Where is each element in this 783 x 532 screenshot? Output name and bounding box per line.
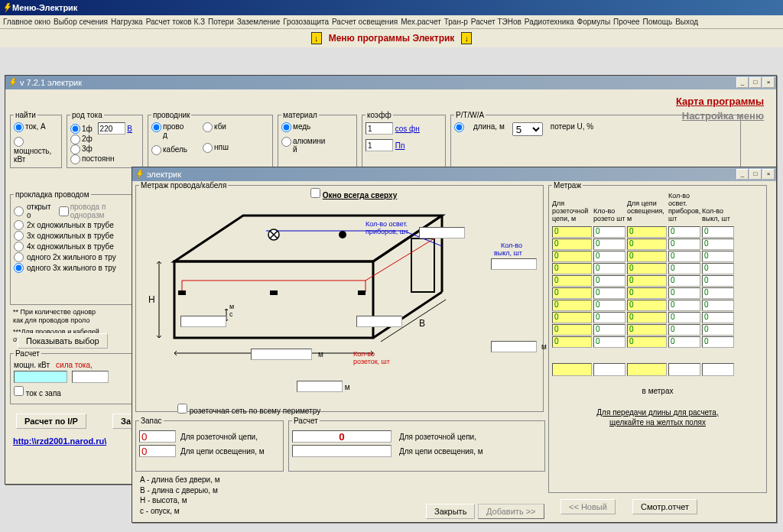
menu-item[interactable]: Мех.расчет [401,18,441,26]
metraj-cell[interactable]: 0 [552,287,592,299]
total-socket-cnt [593,363,625,376]
radio-1ph[interactable] [70,124,80,134]
menu-item[interactable]: Тран-р [444,18,468,26]
metraj-cell[interactable]: 0 [552,324,592,336]
metraj-cell[interactable]: 0 [627,275,667,287]
cos-input[interactable] [366,122,393,135]
menu-item[interactable]: Прочее [613,18,639,26]
radio-2ph[interactable] [70,135,80,144]
menu-item[interactable]: Помощь [643,18,673,26]
chk-perimeter[interactable] [177,404,187,414]
menu-item[interactable]: Расчет освещения [332,18,398,26]
metraj-cell[interactable]: 0 [627,226,667,238]
metraj-cell[interactable]: 0 [552,336,592,348]
menu-item[interactable]: Выбор сечения [54,18,108,26]
metraj-cell[interactable]: 0 [627,251,667,262]
metraj-cell[interactable]: 0 [627,287,667,299]
metraj-cell[interactable]: 0 [552,251,592,262]
input-switch-count[interactable] [491,258,537,270]
radio-find-current[interactable] [14,122,24,132]
menu-item[interactable]: Выход [675,18,698,26]
btn-show-choice[interactable]: Показывать выбор [18,333,108,349]
metraj-cell[interactable]: 0 [627,300,667,311]
power-input[interactable] [14,371,67,383]
metraj-cell[interactable]: 0 [627,238,667,250]
minimize-button[interactable]: _ [736,77,749,88]
menu-item[interactable]: Радиотехника [525,18,574,26]
btn-close[interactable]: Закрыть [426,504,475,519]
input-b[interactable] [491,341,537,352]
radio-2pipe[interactable] [14,220,24,230]
input-light-count[interactable] [419,227,465,238]
input-bottom[interactable] [297,381,343,392]
radio-wire[interactable] [151,122,161,132]
metraj-cell[interactable]: 0 [552,226,592,238]
bolt-icon [3,3,12,12]
radio-1x3pipe[interactable] [14,263,24,273]
metraj-cell[interactable]: 0 [552,312,592,323]
radio-3pipe[interactable] [14,231,24,241]
radio-find-power[interactable] [14,137,24,147]
svg-marker-0 [5,3,11,12]
metraj-cell[interactable]: 0 [627,263,667,274]
maximize-button[interactable]: □ [749,169,762,180]
btn-view-report[interactable]: Смотр.отчет [632,499,697,514]
chk-samewire[interactable] [59,206,69,216]
radio-aluminium[interactable] [281,137,291,147]
voltage-input[interactable] [98,122,125,135]
radio-3ph[interactable] [70,144,80,154]
metraj-cell: 0 [702,238,734,250]
link-program-map[interactable]: Карта программы [18,96,764,107]
radio-1x2pipe[interactable] [14,252,24,262]
close-button[interactable]: × [762,77,775,88]
menu-item[interactable]: Заземление [237,18,280,26]
legend-letters: A - длина без двери, м B - длина с дверь… [140,475,220,516]
banner: ↓ Меню программы Электрик ↓ [0,29,783,47]
metraj-cell: 0 [702,287,734,299]
chk-margin[interactable] [14,386,24,396]
metraj-cell[interactable]: 0 [552,300,592,311]
menu-item[interactable]: Формулы [577,18,611,26]
chk-always-top[interactable] [310,188,320,198]
radio-open[interactable] [14,206,24,216]
radio-ptwa-1[interactable] [454,122,464,132]
input-h2[interactable] [356,316,402,327]
total-socket-len[interactable] [552,363,592,376]
win2-titlebar[interactable]: электрик _ □ × [132,167,776,181]
radio-npsh[interactable] [203,143,213,153]
minimize-button[interactable]: _ [736,169,749,180]
menu-item[interactable]: Грозозащита [283,18,329,26]
link-website[interactable]: http:\\rzd2001.narod.ru\ [13,436,106,446]
btn-new[interactable]: << Новый [560,499,616,514]
menu-item[interactable]: Главное окно [3,18,50,26]
metraj-cell[interactable]: 0 [552,275,592,287]
menu-item[interactable]: Расчет ТЭНов [471,18,521,26]
metraj-cell[interactable]: 0 [552,263,592,274]
radio-4pipe[interactable] [14,242,24,251]
radio-kbi[interactable] [203,122,213,132]
menu-item[interactable]: Расчет токов К.З [146,18,205,26]
radio-cable[interactable] [151,145,161,155]
metraj-cell[interactable]: 0 [627,324,667,336]
maximize-button[interactable]: □ [749,77,762,88]
eta-input[interactable] [366,139,393,151]
bolt-icon [135,170,145,179]
current-input[interactable] [72,371,109,383]
metraj-cell[interactable]: 0 [627,312,667,323]
length-select[interactable]: 5 [512,122,543,136]
close-button[interactable]: × [762,169,775,180]
reserve-socket-input[interactable] [139,430,176,443]
radio-copper[interactable] [281,122,291,132]
input-a[interactable] [251,349,312,360]
menu-item[interactable]: Нагрузка [111,18,143,26]
menu-item[interactable]: Потери [208,18,234,26]
btn-calc-ip[interactable]: Расчет по I/P [16,414,86,429]
metraj-cell[interactable]: 0 [627,336,667,348]
radio-dc[interactable] [70,154,80,164]
btn-add[interactable]: Добавить >> [478,504,544,519]
total-light-len[interactable] [627,363,667,376]
reserve-light-input[interactable] [139,445,176,457]
input-h[interactable] [180,316,226,327]
metraj-cell[interactable]: 0 [552,238,592,250]
win1-titlebar[interactable]: v 7.2.1 электрик _ □ × [5,76,776,89]
